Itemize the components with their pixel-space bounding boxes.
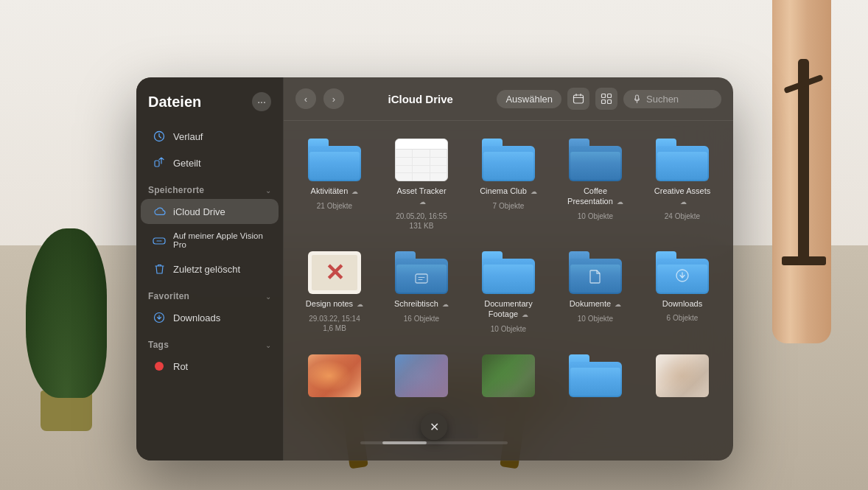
select-button[interactable]: Auswählen [497,90,561,108]
folder-icon-coffee [569,139,622,181]
file-info: 10 Objekte [491,324,526,334]
file-item-photo3[interactable] [469,349,547,412]
toolbar-title: iCloud Drive [351,93,489,105]
grid-view-button[interactable] [595,88,617,110]
window-close-button[interactable]: ✕ [421,413,447,440]
chevron-left-icon: ‹ [304,94,307,105]
folder-icon-documentary [482,251,535,294]
chevron-down-icon-3: ⌄ [265,341,271,349]
file-item-photo5[interactable] [643,349,721,412]
folder-icon-partial [569,354,622,397]
sidebar-item-rot[interactable]: Rot [141,354,279,379]
device-icon [153,234,166,247]
calendar-icon [573,93,584,105]
sidebar-label-vision-pro: Auf meiner Apple Vision Pro [173,231,267,249]
file-item-downloads-folder[interactable]: Downloads 6 Objekte [643,245,721,340]
icloud-icon [153,205,166,218]
file-info: 6 Objekte [667,313,699,323]
sidebar-label-trash: Zuletzt gelöscht [173,264,240,275]
svg-rect-4 [574,95,584,103]
sidebar-title: Dateien ··· [136,92,283,123]
sidebar-label-verlauf: Verlauf [173,131,203,142]
search-input[interactable] [646,94,713,105]
folder-icon-cinema-club [482,139,535,181]
folder-icon-dokumente [569,251,622,294]
svg-rect-8 [608,100,612,104]
file-item-asset-tracker[interactable]: Asset Tracker ☁ 20.05.20, 16:55131 KB [382,133,461,237]
spreadsheet-thumbnail [395,139,448,181]
sidebar-label-geteilt: Geteilt [173,158,201,169]
svg-rect-9 [416,274,427,283]
file-item-cinema-club[interactable]: Cinema Club ☁ 7 Objekte [469,133,547,237]
file-name: Coffee Presentation ☁ [566,186,625,207]
file-item-photo2[interactable] [382,349,461,412]
folder-icon-aktivitaten [308,139,361,181]
sidebar-section-speicherorte[interactable]: Speicherorte ⌄ [136,176,283,198]
sidebar-label-rot: Rot [173,361,188,372]
downloads-icon [153,311,166,324]
main-content: ‹ › iCloud Drive Auswählen [284,77,733,461]
file-info: 21 Objekte [317,201,352,211]
folder-icon-downloads [656,251,709,294]
file-info: 20.05.20, 16:55131 KB [396,211,447,231]
more-icon: ··· [257,96,266,108]
file-info: 10 Objekte [578,211,613,221]
sidebar-item-verlauf[interactable]: Verlauf [141,124,279,149]
trash-icon [153,262,166,276]
more-options-button[interactable]: ··· [252,92,271,111]
back-button[interactable]: ‹ [295,88,316,109]
svg-rect-5 [602,94,606,98]
svg-rect-7 [602,100,606,104]
bg-coat-rack [798,59,809,265]
file-item-partial-folder[interactable] [556,349,634,412]
forward-button[interactable]: › [323,88,344,109]
toolbar-actions: Auswählen [497,88,721,110]
files-grid: Aktivitäten ☁ 21 Objekte Asset Tracker ☁… [284,121,733,461]
share-icon [153,156,166,169]
file-item-aktivitaten[interactable]: Aktivitäten ☁ 21 Objekte [295,133,374,237]
calendar-view-button[interactable] [567,88,589,110]
file-info: 7 Objekte [493,201,525,211]
file-name: Aktivitäten ☁ [311,186,359,197]
grid-icon [601,93,612,105]
chevron-right-icon: › [332,94,335,105]
scroll-thumb [382,441,427,444]
close-icon: ✕ [430,420,439,434]
photo-thumbnail-people [395,354,448,397]
search-field[interactable] [623,90,721,108]
file-info: 10 Objekte [578,314,613,323]
file-item-coffee-presentation[interactable]: Coffee Presentation ☁ 10 Objekte [556,133,634,237]
chevron-down-icon: ⌄ [265,186,271,195]
sidebar-section-favoriten[interactable]: Favoriten ⌄ [136,282,283,304]
file-item-design-notes[interactable]: ✕ Design notes ☁ 29.03.22, 15:141,6 MB [295,245,374,340]
sidebar-section-tags[interactable]: Tags ⌄ [136,331,283,353]
folder-icon-schreibtisch [395,251,448,294]
file-item-photo1[interactable] [295,349,374,412]
sidebar-item-trash[interactable]: Zuletzt gelöscht [141,256,279,281]
file-name: Dokumente ☁ [570,298,621,309]
file-info: 24 Objekte [665,211,700,221]
file-item-creative-assets[interactable]: Creative Assets ☁ 24 Objekte [643,133,721,237]
file-name: Asset Tracker ☁ [392,186,451,207]
file-item-schreibtisch[interactable]: Schreibtisch ☁ 16 Objekte [382,245,461,340]
photo-thumbnail-nature [482,354,535,397]
file-name: Documentary Footage ☁ [479,298,538,320]
sidebar-item-geteilt[interactable]: Geteilt [141,150,279,175]
file-name: Creative Assets ☁ [653,186,712,207]
files-window: Dateien ··· Verlauf Geteilt [136,77,733,461]
clock-icon [153,130,166,143]
tag-dot-red [153,360,166,373]
file-item-dokumente[interactable]: Dokumente ☁ 10 Objekte [556,245,634,340]
sidebar-item-icloud-drive[interactable]: iCloud Drive [141,199,279,224]
photo-thumbnail-person [656,354,709,397]
sidebar-label-downloads: Downloads [173,312,220,323]
file-info: 16 Objekte [404,314,439,323]
bg-plant [22,225,111,431]
sidebar-item-vision-pro[interactable]: Auf meiner Apple Vision Pro [141,225,279,255]
svg-rect-1 [155,161,159,167]
sidebar: Dateien ··· Verlauf Geteilt [136,77,284,461]
chevron-down-icon-2: ⌄ [265,293,271,301]
sidebar-item-downloads[interactable]: Downloads [141,305,279,330]
file-info: 29.03.22, 15:141,6 MB [309,314,360,333]
file-item-documentary[interactable]: Documentary Footage ☁ 10 Objekte [469,245,547,340]
